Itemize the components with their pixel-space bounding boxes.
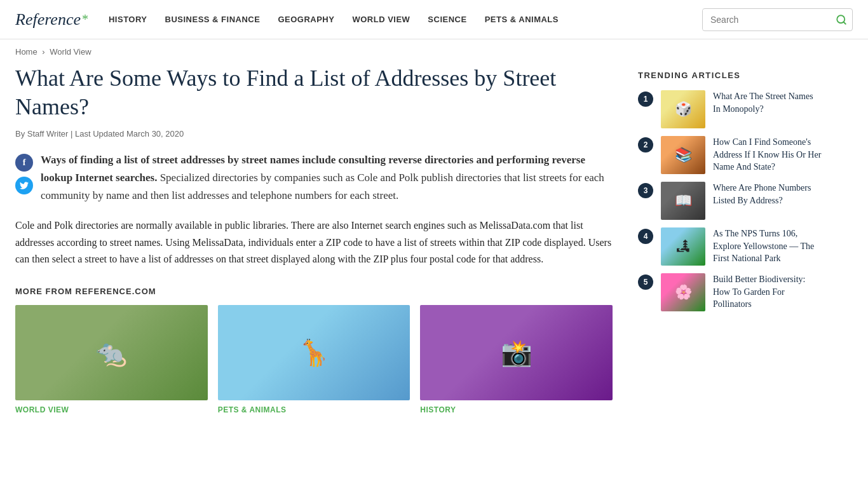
meta-separator: | [71, 129, 72, 139]
cards-grid: 🐀 WORLD VIEW 🦒 PETS & ANIMALS 📸 HISTORY [15, 305, 613, 414]
article-date: Last Updated March 30, 2020 [75, 129, 184, 139]
card-image-1: 🦒 [218, 305, 410, 400]
breadcrumb: Home › World View [0, 39, 868, 64]
trending-number-1: 2 [638, 137, 653, 152]
trending-text-2: Where Are Phone Numbers Listed By Addres… [713, 182, 822, 207]
article-meta: By Staff Writer | Last Updated March 30,… [15, 129, 613, 139]
main-layout: What Are Some Ways to Find a List of Add… [0, 64, 868, 414]
social-share: f [15, 154, 33, 194]
card-category-1: PETS & ANIMALS [218, 405, 410, 414]
trending-thumb-0: 🎲 [661, 90, 705, 128]
trending-number-2: 3 [638, 183, 653, 198]
search-button[interactable] [829, 9, 853, 30]
trending-list: 1 🎲 What Are The Street Names In Monopol… [638, 90, 822, 311]
card-0[interactable]: 🐀 WORLD VIEW [15, 305, 208, 414]
logo-asterisk: * [82, 12, 88, 27]
nav-worldview[interactable]: WORLD VIEW [352, 15, 410, 24]
sidebar: TRENDING ARTICLES 1 🎲 What Are The Stree… [638, 64, 822, 414]
svg-line-1 [843, 22, 845, 24]
article-author: By Staff Writer [15, 129, 68, 139]
more-from-section: MORE FROM REFERENCE.COM 🐀 WORLD VIEW 🦒 P… [15, 287, 613, 414]
trending-thumb-2: 📖 [661, 182, 705, 220]
trending-item-1[interactable]: 2 📚 How Can I Find Someone's Address If … [638, 136, 822, 174]
trending-text-0: What Are The Street Names In Monopoly? [713, 90, 822, 115]
trending-number-4: 5 [638, 274, 653, 290]
nav-history[interactable]: HISTORY [109, 15, 147, 24]
trending-thumb-4: 🌸 [661, 273, 705, 311]
site-header: Reference* HISTORY BUSINESS & FINANCE GE… [0, 0, 868, 39]
nav-pets[interactable]: PETS & ANIMALS [485, 15, 559, 24]
search-bar [702, 8, 853, 31]
card-image-2: 📸 [420, 305, 613, 400]
breadcrumb-home[interactable]: Home [15, 47, 37, 57]
trending-item-2[interactable]: 3 📖 Where Are Phone Numbers Listed By Ad… [638, 182, 822, 220]
nav-business[interactable]: BUSINESS & FINANCE [165, 15, 261, 24]
trending-text-3: As The NPS Turns 106, Explore Yellowston… [713, 227, 822, 265]
twitter-share-button[interactable] [15, 177, 33, 194]
breadcrumb-current[interactable]: World View [50, 47, 91, 57]
search-input[interactable] [703, 10, 829, 30]
more-from-title: MORE FROM REFERENCE.COM [15, 287, 613, 296]
search-icon [836, 14, 847, 25]
trending-title: TRENDING ARTICLES [638, 71, 822, 80]
article-body-lead: Ways of finding a list of street address… [15, 151, 613, 205]
nav-geography[interactable]: GEOGRAPHY [278, 15, 334, 24]
article-lead: f Ways of finding a list of street addre… [15, 151, 613, 205]
article-title: What Are Some Ways to Find a List of Add… [15, 64, 613, 121]
trending-item-0[interactable]: 1 🎲 What Are The Street Names In Monopol… [638, 90, 822, 128]
logo-text: Reference [15, 10, 81, 29]
trending-text-1: How Can I Find Someone's Address If I Kn… [713, 136, 822, 173]
article: What Are Some Ways to Find a List of Add… [15, 64, 613, 414]
trending-text-4: Build Better Biodiversity: How To Garden… [713, 273, 822, 311]
trending-number-0: 1 [638, 92, 653, 107]
card-1[interactable]: 🦒 PETS & ANIMALS [218, 305, 410, 414]
article-paragraph-2: Cole and Polk directories are normally a… [15, 217, 613, 268]
facebook-share-button[interactable]: f [15, 154, 33, 172]
twitter-icon [20, 182, 29, 189]
trending-item-4[interactable]: 5 🌸 Build Better Biodiversity: How To Ga… [638, 273, 822, 311]
trending-thumb-3: 🏞 [661, 227, 705, 266]
nav-science[interactable]: SCIENCE [428, 15, 466, 24]
site-logo[interactable]: Reference* [15, 10, 88, 29]
card-category-2: HISTORY [420, 405, 613, 414]
trending-item-3[interactable]: 4 🏞 As The NPS Turns 106, Explore Yellow… [638, 227, 822, 266]
trending-number-3: 4 [638, 229, 653, 244]
card-image-0: 🐀 [15, 305, 208, 400]
card-2[interactable]: 📸 HISTORY [420, 305, 613, 414]
trending-thumb-1: 📚 [661, 136, 705, 174]
main-nav: HISTORY BUSINESS & FINANCE GEOGRAPHY WOR… [109, 15, 702, 24]
breadcrumb-separator: › [42, 47, 44, 57]
card-category-0: WORLD VIEW [15, 405, 208, 414]
